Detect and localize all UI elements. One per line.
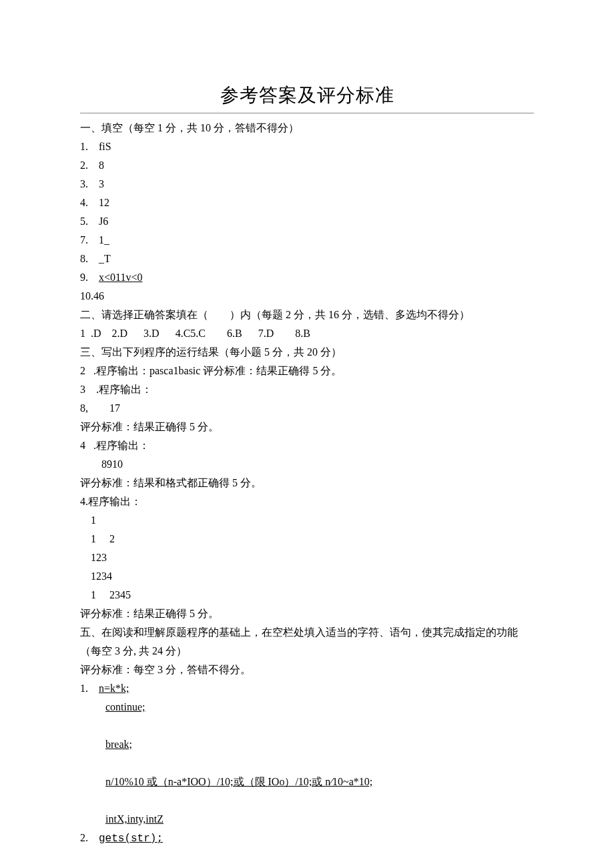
section5-heading1: 五、在阅读和理解原题程序的基础上，在空栏处填入适当的字符、语句，使其完成指定的功…	[80, 623, 534, 642]
section5-rubric: 评分标准：每空 3 分，答错不得分。	[80, 661, 534, 679]
s3-q4-2-line: 1 2345	[80, 586, 534, 604]
s3-q4-2-line: 123	[80, 548, 534, 567]
s3-q4-2c: 评分标准：结果正确得 5 分。	[80, 604, 534, 623]
s3-q4-2-line: 1234	[80, 567, 534, 586]
s1-item: 1. fiS	[80, 137, 534, 156]
section2-answers: 1 .D 2.D 3.D 4.C5.C 6.B 7.D 8.B	[80, 324, 534, 343]
s3-q4-2-line: 1	[80, 511, 534, 530]
s5-a1-u1: n=k*k;	[99, 683, 129, 694]
s3-q4-2-line: 1 2	[80, 530, 534, 548]
s1-item9-prefix: 9.	[80, 272, 99, 283]
s5-a1-l1: 1. n=k*k;	[80, 679, 534, 698]
s5-a2-l1: 2. gets(str);	[80, 829, 534, 848]
section5-heading2: （每空 3 分, 共 24 分）	[80, 642, 534, 661]
section3-heading: 三、写出下列程序的运行结果（每小题 5 分，共 20 分）	[80, 343, 534, 362]
section1-heading: 一、填空（每空 1 分，共 10 分，答错不得分）	[80, 119, 534, 137]
s1-item: 4. 12	[80, 193, 534, 212]
s3-q4c: 评分标准：结果和格式都正确得 5 分。	[80, 474, 534, 492]
s5-a1-u3: break;	[105, 739, 132, 750]
s3-q4a: 4 .程序输出：	[80, 436, 534, 455]
s3-q3b: 8, 17	[80, 399, 534, 418]
s5-a1-l4: n/10%10 或（n-a*IOO）/10;或（限 IOo）/10;或 n∕10…	[80, 773, 534, 791]
s5-a1-u2: continue;	[105, 701, 145, 713]
title-rule	[80, 113, 534, 113]
s5-a1-u5: intX,inty,intZ	[105, 813, 164, 825]
section2-heading: 二、请选择正确答案填在（ ）内（每题 2 分，共 16 分，选错、多选均不得分）	[80, 306, 534, 324]
s1-item9-u: x<011v<0	[99, 272, 142, 283]
s5-a1-l5: intX,inty,intZ	[80, 810, 534, 829]
s1-item: 7. 1_	[80, 231, 534, 250]
page-title: 参考答案及评分标准	[80, 79, 534, 111]
s5-a1-l3: break;	[80, 735, 534, 754]
s1-item: 2. 8	[80, 156, 534, 175]
s1-item10: 10.46	[80, 287, 534, 306]
s1-item9: 9. x<011v<0	[80, 268, 534, 287]
s5-a2-prefix: 2.	[80, 832, 99, 843]
s5-a2-u1: gets(str);	[99, 833, 163, 845]
s1-item: 5. J6	[80, 212, 534, 231]
s5-a1-l2: continue;	[80, 698, 534, 717]
s3-q2: 2 .程序输出：pasca1basic 评分标准：结果正确得 5 分。	[80, 362, 534, 380]
s5-a1-prefix: 1.	[80, 683, 99, 694]
s1-item: 8. _T	[80, 250, 534, 268]
s3-q4-2a: 4.程序输出：	[80, 492, 534, 511]
s3-q4b: 8910	[80, 455, 534, 474]
s5-a1-u4: n/10%10 或（n-a*IOO）/10;或（限 IOo）/10;或 n∕10…	[105, 776, 372, 787]
s3-q3a: 3 .程序输出：	[80, 380, 534, 399]
s3-q3c: 评分标准：结果正确得 5 分。	[80, 418, 534, 436]
s1-item: 3. 3	[80, 175, 534, 193]
